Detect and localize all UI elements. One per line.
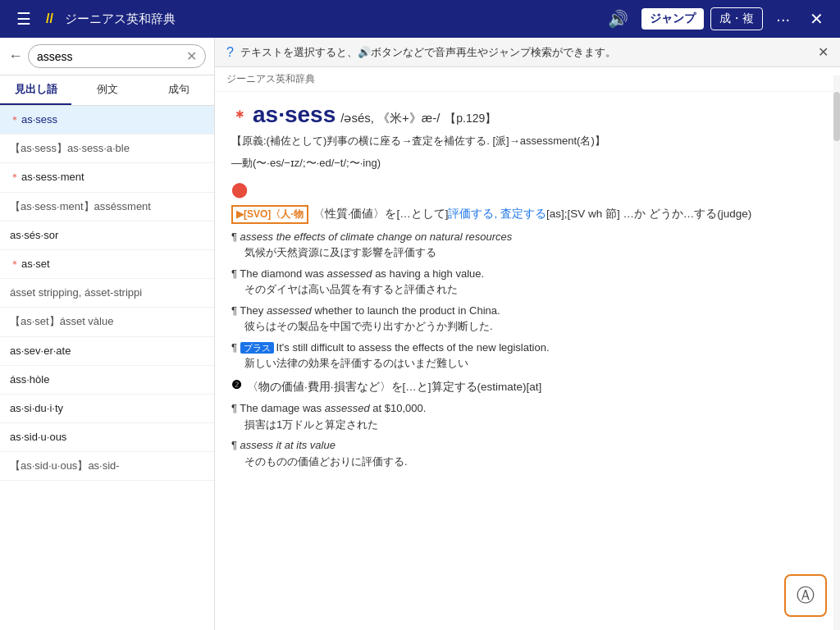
search-input[interactable] — [37, 50, 186, 63]
sense-header-2: ❷ 〈物の価値·費用·損害など〉を[…と]算定する(estimate)[at] — [231, 378, 824, 396]
scrollbar-thumb[interactable] — [833, 92, 840, 141]
list-item[interactable]: 【as·set】ásset vàlue — [0, 308, 214, 336]
list-item[interactable]: 【as·sess】as·sess·a·ble — [0, 135, 214, 163]
asterisk-icon: ＊ — [10, 258, 20, 270]
menu-icon[interactable]: ☰ — [10, 6, 38, 32]
tab-example[interactable]: 例文 — [71, 75, 143, 105]
info-text: テキストを選択すると、🔊ボタンなどで音声再生やジャンプ検索ができます。 — [240, 45, 811, 60]
list-item[interactable]: áss·hòle — [0, 366, 214, 395]
sense-num-2: ❷ — [231, 378, 242, 391]
example-item: ¶ The diamond was assessed as having a h… — [231, 266, 824, 298]
titlebar: ☰ // ジーニアス英和辞典 🔊 ジャンプ 成・複 ··· ✕ — [0, 0, 840, 38]
list-item[interactable]: 【as·sid·u·ous】as·sid- — [0, 452, 214, 481]
example-item: ¶ assess the effects of climate change o… — [231, 229, 824, 261]
phonetic: /əsés, 《米+》æ-/ — [340, 111, 440, 126]
float-button[interactable]: Ⓐ — [784, 574, 827, 617]
headword-asterisk: ＊ — [231, 106, 248, 128]
list-item[interactable]: as·sid·u·ous — [0, 423, 214, 452]
plus-badge: プラス — [240, 342, 274, 354]
example-item: ¶ プラスIt's still difficult to assess the … — [231, 340, 824, 372]
list-item[interactable]: as·si·du·i·ty — [0, 395, 214, 423]
tab-phrase[interactable]: 成句 — [143, 75, 214, 105]
word-list: ＊as·sess 【as·sess】as·sess·a·ble ＊as·sess… — [0, 106, 214, 630]
example-item: ¶ The damage was assessed at $10,000. 損害… — [231, 400, 824, 432]
info-close-button[interactable]: ✕ — [818, 44, 829, 60]
sense-block-1: ▶[SVO]〈人·物 〈性質·価値〉を[…として]評価する, 査定する[as];… — [231, 205, 824, 372]
info-bar: ? テキストを選択すると、🔊ボタンなどで音声再生やジャンプ検索ができます。 ✕ — [215, 38, 840, 67]
jump-button[interactable]: ジャンプ — [641, 8, 704, 30]
list-item[interactable]: ＊as·sess — [0, 106, 214, 135]
sidebar: ← ✕ 見出し語 例文 成句 ＊as·sess 【as·sess】as·sess… — [0, 38, 215, 630]
tab-headword[interactable]: 見出し語 — [0, 75, 71, 105]
content-area: ? テキストを選択すると、🔊ボタンなどで音声再生やジャンプ検索ができます。 ✕ … — [215, 38, 840, 630]
more-button[interactable]: ··· — [769, 7, 797, 32]
page-ref: 【p.129】 — [445, 112, 496, 126]
decoration-arrow: ⬤ — [231, 180, 824, 199]
sense-def-2: 〈物の価値·費用·損害など〉を[…と]算定する(estimate)[at] — [247, 378, 541, 396]
close-button[interactable]: ✕ — [803, 6, 830, 32]
entry-inflection: —動(〜·es/−ɪz/;〜·ed/−t/;〜·ing) — [231, 155, 824, 172]
toolbar-buttons: 🔊 ジャンプ 成・複 ··· ✕ — [601, 6, 830, 32]
back-button[interactable]: ← — [8, 48, 23, 65]
search-input-wrap: ✕ — [28, 44, 206, 68]
sound-button[interactable]: 🔊 — [601, 6, 635, 32]
asterisk-icon: ＊ — [10, 171, 20, 183]
sense-def-1: 〈性質·価値〉を[…として]評価する, 査定する[as];[SV wh 節] …… — [313, 205, 752, 223]
entry-content: ＊ as·sess /əsés, 《米+》æ-/ 【p.129】 【原義:(補佐… — [215, 92, 840, 630]
list-item[interactable]: ＊as·sess·ment — [0, 163, 214, 192]
list-item[interactable]: ＊as·set — [0, 250, 214, 279]
compound-button[interactable]: 成・複 — [710, 7, 763, 30]
list-item[interactable]: as·sev·er·ate — [0, 337, 214, 366]
example-item: ¶ They assessed whether to launch the pr… — [231, 303, 824, 335]
list-item[interactable]: 【as·sess·ment】asséssment — [0, 193, 214, 221]
list-item[interactable]: as·sés·sor — [0, 221, 214, 250]
entry-etymology: 【原義:(補佐として)判事の横に座る→査定を補佐する. [派]→assessme… — [231, 133, 824, 150]
tab-bar: 見出し語 例文 成句 — [0, 75, 214, 106]
dict-label: ジーニアス英和辞典 — [215, 67, 840, 92]
headword-text: as·sess — [253, 102, 336, 128]
search-bar: ← ✕ — [0, 38, 214, 75]
float-button-icon: Ⓐ — [797, 583, 815, 608]
sense-header-1: ▶[SVO]〈人·物 〈性質·価値〉を[…として]評価する, 査定する[as];… — [231, 205, 824, 224]
svo-box: ▶[SVO]〈人·物 — [231, 205, 308, 224]
asterisk-icon: ＊ — [10, 114, 20, 126]
clear-button[interactable]: ✕ — [186, 48, 197, 64]
scrollbar-track[interactable] — [833, 75, 840, 630]
entry-headword: ＊ as·sess /əsés, 《米+》æ-/ 【p.129】 — [231, 102, 824, 128]
sense-block-2: ❷ 〈物の価値·費用·損害など〉を[…と]算定する(estimate)[at] … — [231, 378, 824, 470]
list-item[interactable]: ásset stripping, ásset-strippi — [0, 279, 214, 308]
info-icon: ? — [226, 45, 234, 60]
logo-icon: // — [46, 11, 53, 26]
app-title: ジーニアス英和辞典 — [65, 11, 593, 27]
example-item: ¶ assess it at its value そのものの価値どおりに評価する… — [231, 437, 824, 469]
main-container: ← ✕ 見出し語 例文 成句 ＊as·sess 【as·sess】as·sess… — [0, 38, 840, 630]
